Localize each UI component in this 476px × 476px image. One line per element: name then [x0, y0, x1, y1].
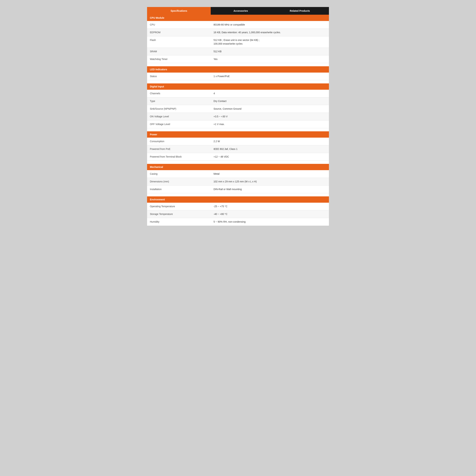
spec-table-cpu-module: CPU80186-80 MHz or compatibleEEPROM16 KB… — [147, 21, 329, 63]
spec-value: +12 ~ 48 VDC — [211, 153, 329, 161]
spec-label: SRAM — [147, 48, 211, 55]
tab-accessories[interactable]: Accessories — [211, 7, 271, 15]
table-row: Consumption2.2 W — [147, 138, 329, 145]
spec-value: -25 ~ +75 °C — [211, 203, 329, 210]
table-row: Powered from Terminal Block+12 ~ 48 VDC — [147, 153, 329, 161]
spec-label: Powered from Terminal Block — [147, 153, 211, 161]
spec-label: Channels — [147, 90, 211, 97]
table-row: Dimensions (mm)102 mm x 29 mm x 125 mm (… — [147, 178, 329, 186]
spec-value: 4 — [211, 90, 329, 97]
section-gap — [147, 193, 329, 196]
spec-value: DIN-Rail or Wall mounting — [211, 186, 329, 193]
table-row: OFF Voltage Level+1 V max. — [147, 120, 329, 128]
spec-label: Consumption — [147, 138, 211, 145]
spec-value: 80186-80 MHz or compatible — [211, 21, 329, 29]
spec-label: Storage Temperature — [147, 210, 211, 218]
section-gap — [147, 128, 329, 131]
table-row: TypeDry Contact — [147, 97, 329, 105]
spec-value: -40 ~ +80 °C — [211, 210, 329, 218]
spec-value: 2.2 W — [211, 138, 329, 145]
spec-table-digital-input: Channels4TypeDry ContactSink/Source (NPN… — [147, 90, 329, 128]
spec-label: CPU — [147, 21, 211, 29]
table-row: Storage Temperature-40 ~ +80 °C — [147, 210, 329, 218]
spec-label: ON Voltage Level — [147, 113, 211, 120]
spec-label: Sink/Source (NPN/PNP) — [147, 105, 211, 113]
spec-table-mechanical: CasingMetalDimensions (mm)102 mm x 29 mm… — [147, 170, 329, 193]
spec-label: Status — [147, 73, 211, 80]
section-gap — [147, 80, 329, 84]
spec-value: 5 ~ 90% RH, non-condensing — [211, 218, 329, 226]
spec-table-power: Consumption2.2 WPowered from PoEIEEE 802… — [147, 138, 329, 161]
main-container: Specifications Accessories Related Produ… — [147, 7, 329, 226]
spec-label: Installation — [147, 186, 211, 193]
spec-value: Source, Common Ground — [211, 105, 329, 113]
spec-label: Type — [147, 97, 211, 105]
table-row: Watchdog TimerYes — [147, 55, 329, 63]
table-row: Humidity5 ~ 90% RH, non-condensing — [147, 218, 329, 226]
spec-value: 1 x Power/PoE — [211, 73, 329, 80]
spec-value: 102 mm x 29 mm x 125 mm (W x L x H) — [211, 178, 329, 186]
table-row: Status1 x Power/PoE — [147, 73, 329, 80]
spec-table-environment: Operating Temperature-25 ~ +75 °CStorage… — [147, 203, 329, 226]
section-header-cpu-module: CPU Module — [147, 15, 329, 21]
spec-label: Casing — [147, 170, 211, 178]
tab-bar: Specifications Accessories Related Produ… — [147, 7, 329, 15]
section-header-environment: Environment — [147, 196, 329, 203]
spec-label: EEPROM — [147, 29, 211, 36]
table-row: Operating Temperature-25 ~ +75 °C — [147, 203, 329, 210]
spec-value: 512 KB — [211, 48, 329, 55]
table-row: Powered from PoEIEEE 802.3af, Class 1 — [147, 145, 329, 153]
section-header-led-indicators: LED Indicators — [147, 66, 329, 73]
spec-label: OFF Voltage Level — [147, 120, 211, 128]
spec-value: IEEE 802.3af, Class 1 — [211, 145, 329, 153]
table-row: CasingMetal — [147, 170, 329, 178]
tab-related-products[interactable]: Related Products — [271, 7, 329, 15]
spec-value: 512 KB ; Erase unit is one sector (64 KB… — [211, 36, 329, 48]
specs-content: CPU ModuleCPU80186-80 MHz or compatibleE… — [147, 15, 329, 226]
spec-label: Humidity — [147, 218, 211, 226]
spec-label: Operating Temperature — [147, 203, 211, 210]
section-header-mechanical: Mechanical — [147, 164, 329, 170]
table-row: Sink/Source (NPN/PNP)Source, Common Grou… — [147, 105, 329, 113]
spec-value: +1 V max. — [211, 120, 329, 128]
section-gap — [147, 63, 329, 66]
spec-label: Watchdog Timer — [147, 55, 211, 63]
spec-value: Metal — [211, 170, 329, 178]
section-gap — [147, 161, 329, 164]
table-row: Channels4 — [147, 90, 329, 97]
spec-label: Dimensions (mm) — [147, 178, 211, 186]
section-header-digital-input: Digital Input — [147, 84, 329, 90]
table-row: Flash512 KB ; Erase unit is one sector (… — [147, 36, 329, 48]
spec-value: Dry Contact — [211, 97, 329, 105]
table-row: SRAM512 KB — [147, 48, 329, 55]
table-row: CPU80186-80 MHz or compatible — [147, 21, 329, 29]
tab-specifications[interactable]: Specifications — [147, 7, 211, 15]
spec-label: Flash — [147, 36, 211, 48]
spec-value: Yes — [211, 55, 329, 63]
spec-value: +3.5 ~ +30 V — [211, 113, 329, 120]
section-header-power: Power — [147, 131, 329, 138]
spec-table-led-indicators: Status1 x Power/PoE — [147, 73, 329, 80]
spec-label: Powered from PoE — [147, 145, 211, 153]
table-row: ON Voltage Level+3.5 ~ +30 V — [147, 113, 329, 120]
table-row: EEPROM16 KB; Data retention: 40 years; 1… — [147, 29, 329, 36]
spec-value: 16 KB; Data retention: 40 years; 1,000,0… — [211, 29, 329, 36]
table-row: InstallationDIN-Rail or Wall mounting — [147, 186, 329, 193]
